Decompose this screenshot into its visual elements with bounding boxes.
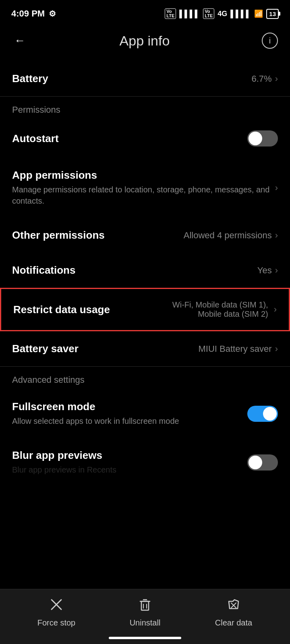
fullscreen-label: Fullscreen mode bbox=[12, 400, 247, 413]
bottom-bar: Force stop Uninstall bbox=[0, 589, 290, 644]
notifications-label: Notifications bbox=[12, 264, 257, 277]
battery-section: Battery 6.7% › bbox=[0, 61, 290, 96]
info-icon: i bbox=[269, 36, 271, 45]
blur-previews-row[interactable]: Blur app previews Blur app previews in R… bbox=[0, 438, 290, 487]
fullscreen-subtitle: Allow selected apps to work in fullscree… bbox=[12, 415, 247, 427]
chevron-icon: › bbox=[275, 265, 278, 276]
blur-previews-subtitle: Blur app previews in Recents bbox=[12, 464, 247, 475]
restrict-data-label: Restrict data usage bbox=[13, 303, 156, 316]
battery-value: 6.7% bbox=[252, 74, 272, 84]
autostart-row[interactable]: Autostart bbox=[0, 119, 290, 158]
chevron-icon: › bbox=[275, 74, 278, 84]
chevron-icon: › bbox=[275, 183, 278, 193]
permissions-section: Permissions Autostart App permissions Ma… bbox=[0, 97, 290, 366]
time-display: 4:09 PM bbox=[11, 8, 45, 19]
autostart-toggle[interactable] bbox=[247, 130, 278, 147]
other-permissions-value: Allowed 4 permissions bbox=[184, 230, 272, 241]
app-header: ← App info i bbox=[0, 24, 290, 57]
status-right: VoLTE ▌▌▌▌ VoLTE 4G ▌▌▌▌ 📶 13 bbox=[165, 8, 279, 19]
battery-saver-row[interactable]: Battery saver MIUI Battery saver › bbox=[0, 331, 290, 366]
volte1-badge: VoLTE bbox=[165, 8, 176, 19]
fullscreen-toggle-thumb bbox=[263, 407, 277, 421]
autostart-toggle-thumb bbox=[249, 132, 262, 145]
force-stop-icon bbox=[49, 597, 64, 615]
chevron-icon: › bbox=[274, 304, 277, 315]
other-permissions-row[interactable]: Other permissions Allowed 4 permissions … bbox=[0, 218, 290, 253]
home-indicator bbox=[109, 637, 181, 639]
other-permissions-label: Other permissions bbox=[12, 229, 184, 242]
notifications-row[interactable]: Notifications Yes › bbox=[0, 253, 290, 288]
fullscreen-toggle[interactable] bbox=[247, 406, 278, 422]
notifications-value: Yes bbox=[257, 265, 272, 276]
advanced-section: Advanced settings Fullscreen mode Allow … bbox=[0, 367, 290, 487]
battery-saver-label: Battery saver bbox=[12, 343, 199, 355]
battery-label: Battery bbox=[12, 72, 252, 85]
restrict-data-value: Wi-Fi, Mobile data (SIM 1), Mobile data … bbox=[156, 300, 268, 319]
chevron-icon: › bbox=[275, 344, 278, 354]
app-permissions-label: App permissions bbox=[12, 169, 275, 182]
advanced-section-label: Advanced settings bbox=[0, 367, 290, 389]
blur-previews-toggle-thumb bbox=[249, 456, 262, 469]
wifi-icon: 📶 bbox=[254, 9, 263, 18]
battery-row[interactable]: Battery 6.7% › bbox=[0, 61, 290, 96]
fullscreen-toggle-track bbox=[247, 406, 278, 422]
clear-data-button[interactable]: Clear data bbox=[209, 597, 258, 627]
settings-icon: ⚙ bbox=[49, 9, 56, 19]
autostart-label: Autostart bbox=[12, 132, 247, 145]
status-bar: 4:09 PM ⚙ VoLTE ▌▌▌▌ VoLTE 4G ▌▌▌▌ 📶 13 bbox=[0, 0, 290, 24]
uninstall-icon bbox=[138, 597, 152, 615]
page-title: App info bbox=[120, 33, 170, 49]
force-stop-label: Force stop bbox=[37, 618, 75, 627]
signal2-icon: ▌▌▌▌ bbox=[230, 10, 251, 18]
blur-previews-label: Blur app previews bbox=[12, 449, 247, 462]
chevron-icon: › bbox=[275, 230, 278, 241]
svg-rect-2 bbox=[141, 601, 149, 610]
uninstall-label: Uninstall bbox=[130, 618, 161, 627]
blur-previews-toggle-track bbox=[247, 454, 278, 471]
4g-badge: 4G bbox=[218, 10, 227, 18]
status-left: 4:09 PM ⚙ bbox=[11, 8, 56, 19]
autostart-toggle-track bbox=[247, 130, 278, 147]
uninstall-button[interactable]: Uninstall bbox=[121, 597, 169, 627]
info-button[interactable]: i bbox=[262, 33, 278, 49]
clear-data-icon bbox=[226, 597, 241, 615]
force-stop-button[interactable]: Force stop bbox=[32, 597, 81, 627]
blur-previews-toggle[interactable] bbox=[247, 454, 278, 471]
back-button[interactable]: ← bbox=[12, 32, 27, 49]
bottom-actions: Force stop Uninstall bbox=[0, 589, 290, 634]
clear-data-label: Clear data bbox=[215, 618, 252, 627]
svg-marker-7 bbox=[229, 600, 238, 609]
app-permissions-row[interactable]: App permissions Manage permissions relat… bbox=[0, 158, 290, 218]
battery-saver-value: MIUI Battery saver bbox=[199, 344, 272, 354]
volte2-badge: VoLTE bbox=[203, 8, 214, 19]
battery-display: 13 bbox=[266, 9, 279, 19]
restrict-data-row[interactable]: Restrict data usage Wi-Fi, Mobile data (… bbox=[0, 288, 290, 331]
signal1-icon: ▌▌▌▌ bbox=[179, 10, 200, 18]
permissions-section-label: Permissions bbox=[0, 97, 290, 119]
fullscreen-row[interactable]: Fullscreen mode Allow selected apps to w… bbox=[0, 389, 290, 438]
app-permissions-subtitle: Manage permissions related to location, … bbox=[12, 184, 275, 206]
